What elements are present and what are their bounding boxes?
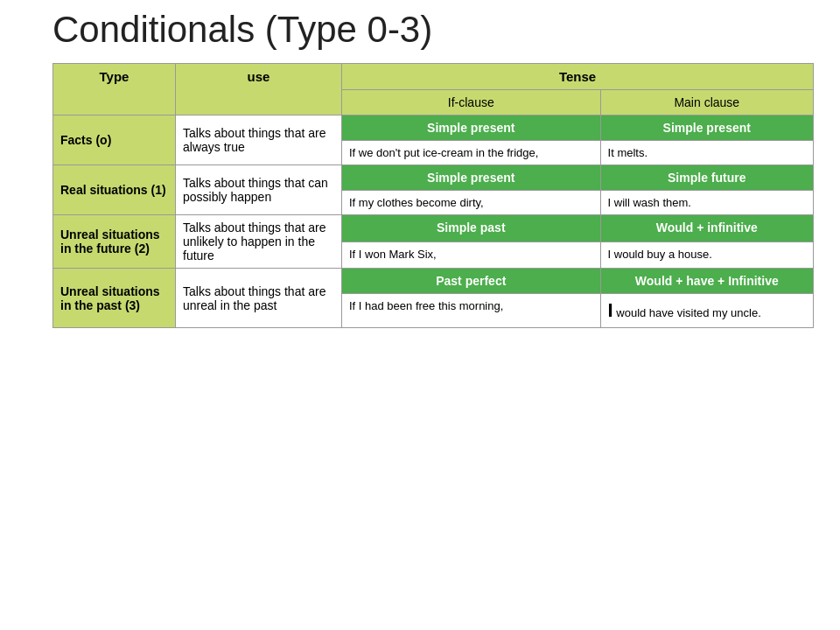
page-title: Conditionals (Type 0-3) — [18, 9, 822, 51]
tense-main-header-3: Would + have + Infinitive — [600, 269, 813, 294]
tense-if-header-2: Simple past — [342, 215, 601, 242]
use-cell-0: Talks about things that are always true — [176, 116, 342, 165]
col-type: Type — [53, 64, 176, 116]
use-cell-3: Talks about things that are unreal in th… — [176, 269, 342, 328]
example-main-0: It melts. — [600, 141, 813, 165]
table-row-2-header: Unreal situations in the future (2)Talks… — [53, 215, 814, 242]
conditionals-table: Type use Tense If-clause Main clause Fac… — [52, 63, 814, 328]
table-row-0-header: Facts (o)Talks about things that are alw… — [53, 116, 814, 141]
example-if-3: If I had been free this morning, — [342, 294, 601, 328]
example-if-0: If we don't put ice-cream in the fridge, — [342, 141, 601, 165]
tense-main-header-1: Simple future — [600, 165, 813, 191]
tense-if-header-0: Simple present — [342, 116, 601, 141]
use-cell-1: Talks about things that can possibly hap… — [176, 165, 342, 215]
tense-main-header-2: Would + infinitive — [600, 215, 813, 242]
type-cell-3: Unreal situations in the past (3) — [53, 269, 176, 328]
example-main-2: I would buy a house. — [600, 242, 813, 269]
table-container: Type use Tense If-clause Main clause Fac… — [52, 63, 814, 328]
example-if-2: If I won Mark Six, — [342, 242, 601, 269]
type-cell-2: Unreal situations in the future (2) — [53, 215, 176, 269]
example-main-3: I would have visited my uncle. — [600, 294, 813, 328]
col-if-clause: If-clause — [342, 90, 601, 116]
col-use: use — [176, 64, 342, 116]
type-cell-0: Facts (o) — [53, 116, 176, 165]
table-row-3-header: Unreal situations in the past (3)Talks a… — [53, 269, 814, 294]
tense-if-header-1: Simple present — [342, 165, 601, 191]
example-main-1: I will wash them. — [600, 191, 813, 215]
col-tense: Tense — [342, 64, 814, 90]
type-cell-1: Real situations (1) — [53, 165, 176, 215]
table-row-1-header: Real situations (1)Talks about things th… — [53, 165, 814, 191]
use-cell-2: Talks about things that are unlikely to … — [176, 215, 342, 269]
col-main-clause: Main clause — [600, 90, 813, 116]
tense-main-header-0: Simple present — [600, 116, 813, 141]
header-row-top: Type use Tense — [53, 64, 814, 90]
example-if-1: If my clothes become dirty, — [342, 191, 601, 215]
tense-if-header-3: Past perfect — [342, 269, 601, 294]
big-I: I — [608, 299, 613, 321]
